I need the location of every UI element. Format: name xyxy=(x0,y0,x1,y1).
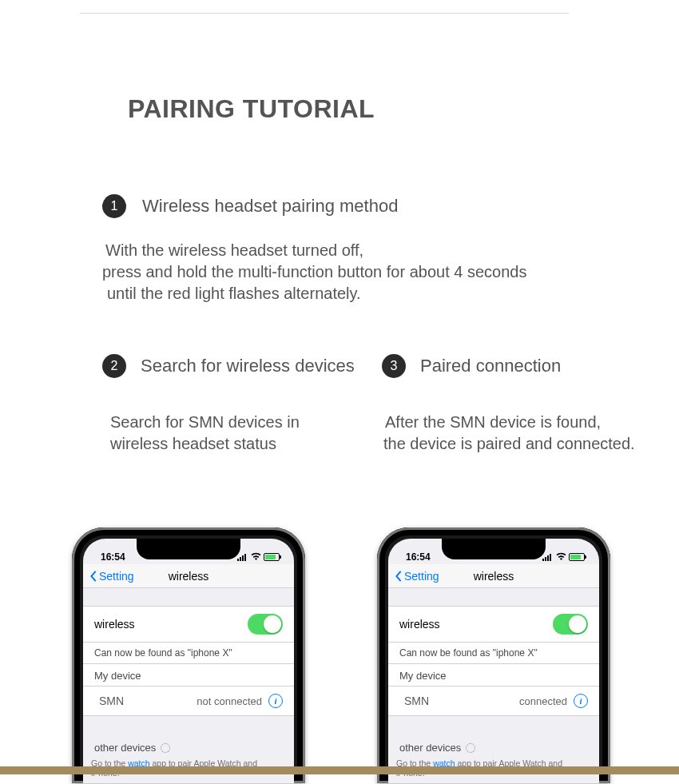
wifi-icon xyxy=(251,551,261,563)
wireless-label: wireless xyxy=(94,618,135,631)
step-3-desc-line2: the device is paired and connected. xyxy=(383,433,635,455)
step-1-desc-line2: press and hold the multi-function button… xyxy=(102,261,526,283)
step-1-desc-line1: With the wireless headset turned off, xyxy=(105,240,526,261)
step-3-description: After the SMN device is found, the devic… xyxy=(385,412,635,455)
navbar: Setting wireless xyxy=(83,564,294,588)
other-devices-header: other devices xyxy=(388,734,599,757)
phone-mockup-right: 16:54 Setting wireless wire xyxy=(377,527,610,783)
step-1-description: With the wireless headset turned off, pr… xyxy=(105,240,526,304)
step-badge-2: 2 xyxy=(102,354,126,378)
status-icons xyxy=(542,551,585,563)
device-name: SMN xyxy=(94,694,124,707)
step-2-desc-line1: Search for SMN devices in xyxy=(110,412,300,433)
step-3-heading: Paired connection xyxy=(420,356,561,376)
step-1-desc-line3: until the red light flashes alternately. xyxy=(107,283,526,304)
other-devices-label: other devices xyxy=(399,742,461,754)
back-label: Setting xyxy=(404,570,439,583)
info-icon[interactable]: i xyxy=(574,694,588,708)
step-1-header: 1 Wireless headset pairing method xyxy=(102,194,398,218)
wireless-toggle[interactable] xyxy=(553,614,588,635)
phone-screen-right: 16:54 Setting wireless wire xyxy=(388,539,599,783)
device-row[interactable]: SMN connected i xyxy=(388,686,599,716)
chevron-left-icon xyxy=(89,571,97,582)
spinner-icon xyxy=(161,743,170,753)
spinner-icon xyxy=(466,743,475,753)
step-2-description: Search for SMN devices in wireless heads… xyxy=(110,412,300,455)
back-button[interactable]: Setting xyxy=(388,570,439,583)
battery-icon xyxy=(569,553,585,561)
my-device-header: My device xyxy=(388,663,599,686)
device-status: connected xyxy=(519,695,567,707)
info-icon[interactable]: i xyxy=(268,694,283,708)
back-button[interactable]: Setting xyxy=(83,570,134,583)
phone-notch xyxy=(137,539,240,559)
wireless-label: wireless xyxy=(399,618,440,631)
phone-notch xyxy=(442,539,546,559)
device-status-group: connected i xyxy=(519,694,588,708)
device-status: not connected xyxy=(197,695,262,707)
other-devices-label: other devices xyxy=(94,742,156,754)
step-badge-3: 3 xyxy=(382,354,406,378)
status-icons xyxy=(237,551,280,563)
discoverable-text: Can now be found as "iphone X" xyxy=(83,643,294,663)
status-time: 16:54 xyxy=(97,551,125,563)
device-row[interactable]: SMN not connected i xyxy=(83,686,294,716)
divider xyxy=(80,13,569,14)
my-device-header: My device xyxy=(83,663,294,686)
step-2-desc-line2: wireless headset status xyxy=(110,433,300,455)
other-devices-header: other devices xyxy=(83,734,294,757)
phone-body: 16:54 Setting wireless wire xyxy=(72,527,305,783)
battery-icon xyxy=(264,553,280,561)
back-label: Setting xyxy=(99,570,134,583)
discoverable-text: Can now be found as "iphone X" xyxy=(388,643,599,663)
signal-icon xyxy=(542,554,554,561)
phone-screen-left: 16:54 Setting wireless wire xyxy=(83,539,294,783)
wifi-icon xyxy=(556,551,566,563)
phone-mockup-left: 16:54 Setting wireless wire xyxy=(72,527,305,783)
status-time: 16:54 xyxy=(403,551,431,563)
step-3-header: 3 Paired connection xyxy=(382,354,561,378)
navbar: Setting wireless xyxy=(388,564,599,588)
step-1-heading: Wireless headset pairing method xyxy=(142,196,398,217)
page-title: PAIRING TUTORIAL xyxy=(128,94,375,124)
gold-bottom-bar xyxy=(0,766,679,774)
step-badge-1: 1 xyxy=(102,194,126,218)
step-2-heading: Search for wireless devices xyxy=(141,356,355,376)
phone-body: 16:54 Setting wireless wire xyxy=(377,527,610,783)
signal-icon xyxy=(237,554,248,561)
device-status-group: not connected i xyxy=(197,694,283,708)
wireless-toggle-row: wireless xyxy=(388,606,599,643)
page-root: PAIRING TUTORIAL 1 Wireless headset pair… xyxy=(0,0,679,784)
step-3-desc-line1: After the SMN device is found, xyxy=(385,412,635,433)
chevron-left-icon xyxy=(395,571,403,582)
wireless-toggle[interactable] xyxy=(248,614,283,635)
wireless-toggle-row: wireless xyxy=(83,606,294,643)
step-2-header: 2 Search for wireless devices xyxy=(102,354,355,378)
device-name: SMN xyxy=(399,694,429,707)
